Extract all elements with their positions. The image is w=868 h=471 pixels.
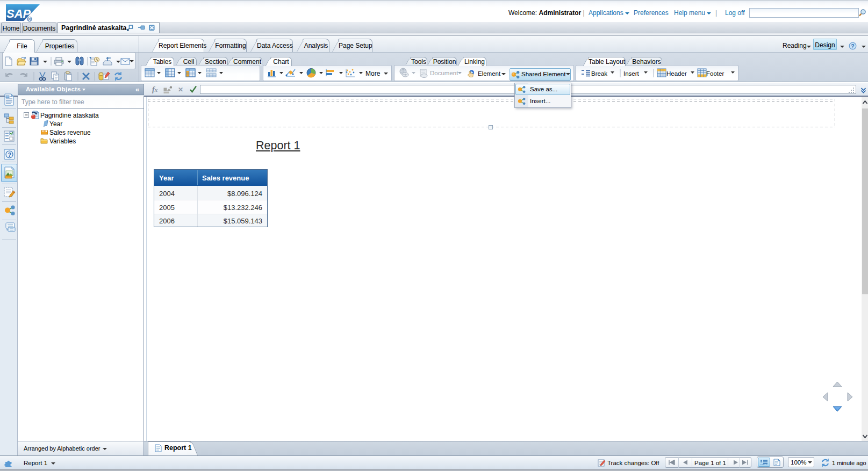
svg-text:?: ? bbox=[8, 151, 12, 158]
svg-text:R: R bbox=[28, 17, 32, 22]
svg-text:Document: Document bbox=[430, 70, 458, 76]
svg-text:?: ? bbox=[851, 43, 854, 49]
